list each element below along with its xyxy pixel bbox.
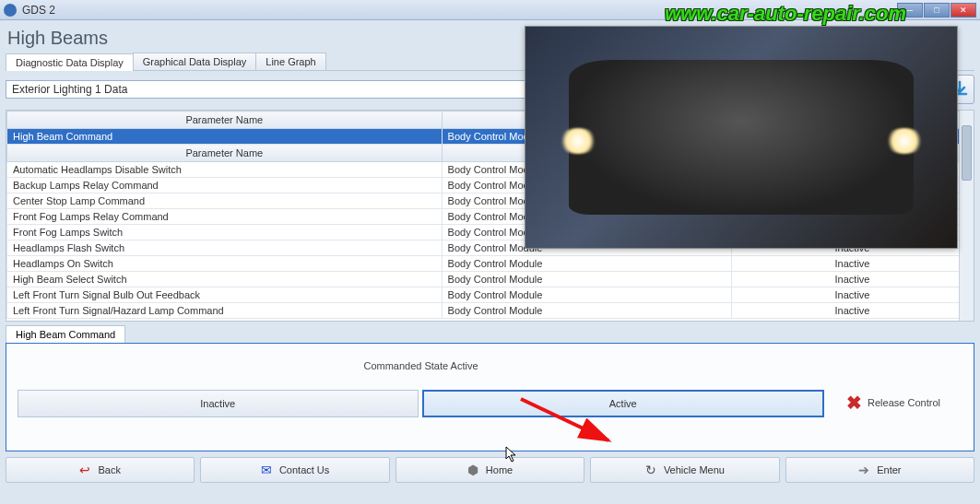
refresh-icon: ↻ bbox=[645, 463, 656, 477]
home-button[interactable]: ⬢ Home bbox=[396, 457, 584, 483]
app-icon bbox=[4, 4, 17, 17]
command-panel: Commanded State Active Inactive Active ✖… bbox=[6, 343, 974, 451]
home-icon: ⬢ bbox=[467, 463, 478, 477]
cell-name: High Beam Command bbox=[7, 129, 443, 145]
dropdown-selected: Exterior Lighting 1 Data bbox=[12, 83, 127, 96]
contact-us-button[interactable]: ✉ Contact Us bbox=[200, 457, 389, 483]
window-title: GDS 2 bbox=[22, 4, 55, 17]
home-label: Home bbox=[486, 464, 513, 475]
table-row[interactable]: High Beam Select SwitchBody Control Modu… bbox=[7, 272, 974, 287]
active-button[interactable]: Active bbox=[422, 390, 825, 417]
footer-toolbar: ↩ Back ✉ Contact Us ⬢ Home ↻ Vehicle Men… bbox=[0, 451, 980, 488]
vehicle-menu-button[interactable]: ↻ Vehicle Menu bbox=[590, 457, 779, 483]
table-row[interactable]: Left Front Turn Signal/Hazard Lamp Comma… bbox=[7, 303, 974, 319]
col-parameter-name[interactable]: Parameter Name bbox=[7, 111, 443, 129]
tab-diagnostic-data-display[interactable]: Diagnostic Data Display bbox=[6, 53, 134, 71]
table-row[interactable]: Headlamps On SwitchBody Control ModuleIn… bbox=[7, 256, 974, 272]
table-row[interactable]: Left Front Turn Signal Bulb Out Feedback… bbox=[7, 287, 974, 303]
enter-button[interactable]: ➔ Enter bbox=[785, 457, 974, 483]
contact-label: Contact Us bbox=[279, 464, 329, 475]
release-control-button[interactable]: ✖ Release Control bbox=[824, 360, 962, 445]
x-icon: ✖ bbox=[846, 392, 862, 414]
enter-label: Enter bbox=[877, 464, 901, 475]
tab-graphical-data-display[interactable]: Graphical Data Display bbox=[133, 53, 257, 70]
maximize-button[interactable]: □ bbox=[924, 3, 950, 18]
tab-line-graph[interactable]: Line Graph bbox=[255, 53, 325, 70]
vertical-scrollbar[interactable] bbox=[959, 111, 974, 321]
envelope-icon: ✉ bbox=[261, 463, 272, 477]
close-button[interactable]: ✕ bbox=[950, 3, 976, 18]
enter-icon: ➔ bbox=[858, 463, 869, 477]
command-tab[interactable]: High Beam Command bbox=[6, 325, 125, 343]
back-arrow-icon: ↩ bbox=[79, 463, 90, 477]
back-label: Back bbox=[98, 464, 120, 475]
release-label: Release Control bbox=[868, 397, 940, 408]
col-parameter-name[interactable]: Parameter Name bbox=[7, 145, 443, 162]
back-button[interactable]: ↩ Back bbox=[6, 457, 195, 483]
watermark-text: www.car-auto-repair.com bbox=[665, 2, 906, 26]
car-photo-overlay bbox=[525, 26, 958, 249]
inactive-button[interactable]: Inactive bbox=[18, 390, 419, 417]
vehicle-menu-label: Vehicle Menu bbox=[664, 464, 725, 475]
commanded-state-text: Commanded State Active bbox=[18, 360, 824, 371]
